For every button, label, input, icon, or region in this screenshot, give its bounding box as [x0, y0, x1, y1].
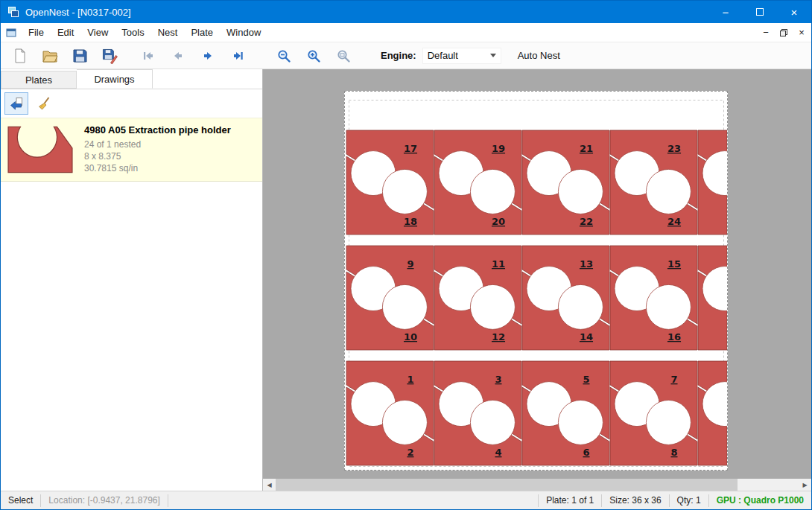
last-plate-button[interactable]: [226, 45, 250, 67]
next-plate-button[interactable]: [196, 45, 220, 67]
plate-sheet[interactable]: 17 18 19 20 21 22: [344, 91, 728, 471]
part-number: 22: [580, 216, 593, 227]
menu-plate[interactable]: Plate: [184, 23, 220, 42]
nested-pair[interactable]: 21 22: [522, 130, 609, 235]
mdi-restore-icon: [779, 28, 788, 37]
window-title: OpenNest - [N0317-002]: [25, 7, 131, 18]
status-plate: Plate: 1 of 1: [538, 494, 601, 507]
zoom-fit-button[interactable]: [332, 45, 355, 67]
drawings-toolbar: [1, 89, 262, 118]
nested-pair[interactable]: 13 14: [522, 246, 609, 350]
broom-icon: [37, 96, 51, 111]
back-arrow-page-icon: [9, 96, 24, 111]
part-thumbnail: [7, 124, 77, 176]
previous-plate-icon: [171, 49, 185, 63]
status-size: Size: 36 x 36: [601, 494, 668, 507]
main-area: Plates Drawings: [1, 69, 811, 491]
status-location: Location: [-0.9437, 21.8796]: [41, 494, 168, 507]
menu-window[interactable]: Window: [220, 23, 267, 42]
drawing-list-empty-area: [1, 182, 262, 491]
save-as-button[interactable]: [98, 45, 121, 67]
scroll-left-icon[interactable]: ◀: [263, 479, 276, 491]
first-plate-button[interactable]: [136, 45, 160, 67]
nested-pair[interactable]: 17 18: [346, 130, 434, 235]
scroll-right-icon[interactable]: ▶: [799, 479, 811, 491]
zoom-in-button[interactable]: [302, 45, 326, 67]
part-number: 10: [404, 331, 417, 342]
nested-pair[interactable]: 23 24: [610, 130, 697, 235]
tab-drawings[interactable]: Drawings: [77, 69, 153, 89]
minimize-icon: −: [723, 6, 729, 19]
part-number: 4: [495, 447, 501, 458]
mdi-minimize-button[interactable]: −: [758, 25, 774, 40]
new-button[interactable]: [8, 45, 32, 67]
nest-drawing: 17 18 19 20 21 22: [345, 92, 727, 470]
part-number: 15: [667, 258, 681, 270]
title-bar: OpenNest - [N0317-002] − ×: [1, 1, 811, 23]
menu-view[interactable]: View: [80, 23, 115, 42]
part-number: 7: [670, 374, 677, 385]
part-number: 8: [670, 447, 677, 458]
menu-edit[interactable]: Edit: [51, 23, 80, 42]
sidebar: Plates Drawings: [1, 69, 263, 491]
mdi-close-icon: ×: [799, 27, 805, 38]
app-icon: [7, 6, 19, 18]
scrollbar-thumb[interactable]: [276, 479, 738, 491]
mdi-close-button[interactable]: ×: [793, 25, 810, 40]
zoom-out-icon: [276, 48, 291, 63]
nested-pair[interactable]: 3 4: [434, 361, 521, 465]
menu-file[interactable]: File: [22, 23, 51, 42]
auto-nest-toggle[interactable]: Auto Nest: [518, 50, 560, 61]
nested-pair[interactable]: 7 8: [610, 361, 697, 465]
tab-plates[interactable]: Plates: [1, 71, 77, 89]
part-number: 6: [583, 447, 589, 458]
part-number: 1: [407, 374, 413, 385]
previous-plate-button[interactable]: [166, 45, 190, 67]
send-to-plate-button[interactable]: [4, 92, 28, 115]
part-number: 24: [667, 216, 681, 227]
nested-pair[interactable]: 15 16: [610, 246, 697, 350]
engine-select[interactable]: Default: [422, 48, 501, 64]
menu-nest[interactable]: Nest: [151, 23, 185, 42]
zoom-out-button[interactable]: [272, 45, 296, 67]
maximize-icon: [756, 8, 764, 16]
nested-pair[interactable]: 11 12: [434, 246, 521, 350]
mdi-restore-button[interactable]: [775, 25, 792, 40]
nested-pair[interactable]: 5 6: [522, 361, 609, 465]
drawing-list-item[interactable]: 4980 A05 Extraction pipe holder 24 of 1 …: [1, 118, 262, 182]
drawing-nested-count: 24 of 1 nested: [84, 138, 231, 150]
nest-canvas[interactable]: 17 18 19 20 21 22: [263, 69, 811, 491]
part-number: 16: [667, 331, 681, 342]
open-button[interactable]: [38, 45, 62, 67]
scrollbar-track[interactable]: [738, 479, 799, 491]
part-number: 13: [580, 258, 593, 270]
save-button[interactable]: [68, 45, 92, 67]
engine-selected-value: Default: [428, 50, 458, 61]
part-number: 2: [407, 447, 413, 458]
menu-bar: File Edit View Tools Nest Plate Window −…: [1, 23, 811, 42]
mdi-minimize-icon: −: [763, 27, 769, 38]
maximize-button[interactable]: [743, 1, 777, 23]
plate-edge-remnant[interactable]: [698, 246, 727, 350]
plate-edge-remnant[interactable]: [698, 130, 727, 235]
status-gpu: GPU : Quadro P1000: [708, 494, 811, 507]
nested-pair[interactable]: 1 2: [346, 361, 434, 465]
nested-pair[interactable]: 19 20: [434, 130, 521, 235]
app-window: OpenNest - [N0317-002] − × File Edit Vie…: [0, 0, 812, 510]
part-number: 3: [495, 374, 501, 385]
horizontal-scrollbar[interactable]: ◀ ▶: [263, 479, 811, 491]
close-icon: ×: [791, 6, 798, 19]
save-as-icon: [101, 48, 118, 64]
zoom-in-icon: [306, 48, 321, 63]
part-number: 23: [667, 143, 681, 154]
part-number: 11: [492, 258, 505, 270]
status-mode: Select: [1, 494, 41, 507]
clear-button[interactable]: [32, 92, 56, 115]
menu-tools[interactable]: Tools: [115, 23, 150, 42]
nested-pair[interactable]: 9 10: [346, 246, 434, 350]
minimize-button[interactable]: −: [708, 1, 743, 23]
close-button[interactable]: ×: [777, 1, 811, 23]
plate-edge-remnant[interactable]: [698, 361, 727, 465]
part-number: 17: [404, 143, 417, 154]
part-number: 19: [492, 143, 505, 154]
